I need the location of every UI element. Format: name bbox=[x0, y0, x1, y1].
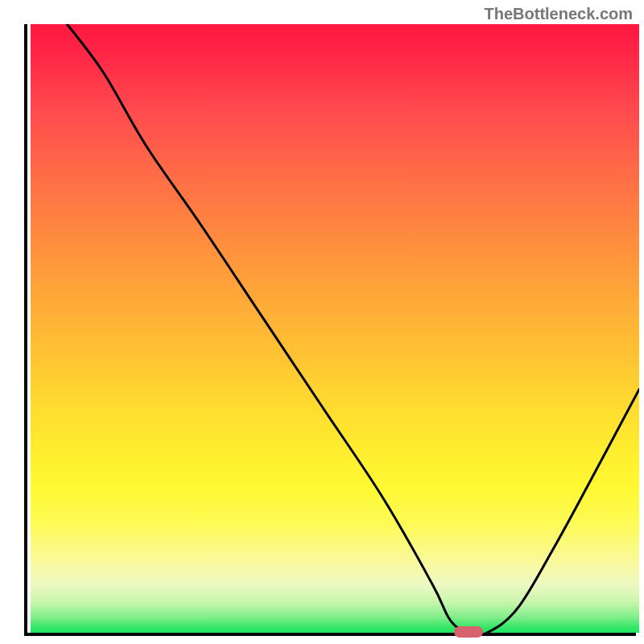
watermark-text: TheBottleneck.com bbox=[485, 5, 633, 23]
plot-area bbox=[24, 24, 636, 636]
bottleneck-curve bbox=[67, 24, 639, 633]
curve-svg bbox=[31, 24, 639, 633]
optimum-marker bbox=[454, 626, 483, 638]
chart-container bbox=[24, 24, 636, 636]
